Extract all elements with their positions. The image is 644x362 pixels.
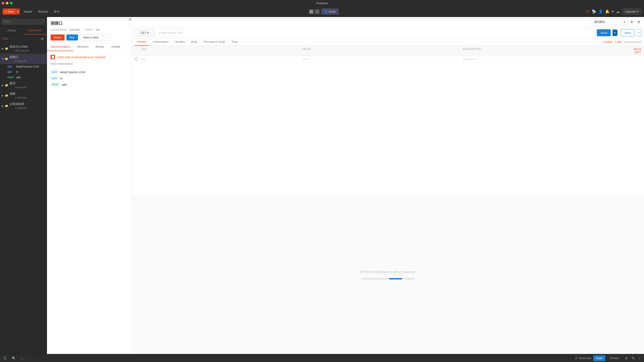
more-dots-icon[interactable]: ··· [624,50,626,52]
tab-mocks[interactable]: Mocks [92,43,108,51]
extensions-icon[interactable]: 🔌 [630,355,636,361]
tab-body[interactable]: Body [188,39,200,46]
tab-authorization[interactable]: Authorization [150,39,171,46]
collection-header-2[interactable]: ▶ 📁 图书 3 requests [0,80,47,90]
env-selector[interactable]: 测试模拟 ▾ [592,19,628,25]
request-item-1[interactable]: GET hi [0,69,47,75]
heart-icon[interactable]: ♥ [612,10,614,14]
request-item-0[interactable]: GET detail?userId=1234 [0,64,47,69]
doc-request-2[interactable]: POST add [50,82,128,88]
url-input[interactable] [156,29,595,37]
bell-icon[interactable]: 🔔 [605,10,610,14]
invite-button[interactable]: 👤 Invite [321,9,338,15]
tab-prerequest[interactable]: Pre-request Script [201,39,228,46]
import-button[interactable]: Import [22,9,34,15]
request-item-2[interactable]: POST add [0,75,47,80]
tab-headers[interactable]: Headers [172,39,188,46]
run-button[interactable]: Run [66,35,78,41]
traffic-lights [2,2,12,5]
collection-header-4[interactable]: ▶ 📁 父母训练营 5 requests [0,101,47,111]
last-modified-value: Just now [69,28,80,31]
bulk-edit-button[interactable]: Bulk Edit [628,48,641,54]
sync-icon[interactable]: ⟳ [586,9,590,14]
build-tab[interactable]: Build [593,355,606,361]
doc-method-get-1: GET [50,77,58,80]
desc-input-0[interactable] [463,58,622,61]
value-input-0[interactable] [302,58,462,61]
upgrade-button[interactable]: Upgrade ▾ [622,9,641,15]
maximize-button[interactable] [10,2,12,5]
view-in-web-button[interactable]: View in web [80,34,102,41]
close-button[interactable] [2,2,4,5]
panel-meta: Last Modified Just now Owner You [50,28,128,31]
cookies-link[interactable]: Cookies [603,41,612,44]
code-link[interactable]: Code [615,41,622,44]
desc-cell-0[interactable] [462,57,624,61]
method-select[interactable]: GET ▾ [134,29,155,37]
collection-count-4: 5 requests [10,106,45,110]
save-button[interactable]: Save [621,29,634,37]
owner-label: Owner [85,28,93,31]
sidebar-content: ▶ 📁 商品中心CMS 108 requests ▼ 📂 假接口 3 reque… [0,43,47,354]
sidebar-search-area [0,17,47,27]
search-icon[interactable]: 🔍 [11,355,16,361]
panel-title: 假接口 [50,21,128,26]
value-cell-0[interactable] [301,57,462,61]
runner-button[interactable]: Runner [36,9,50,15]
terminal-icon[interactable]: >_ [20,355,26,361]
request-tab-right: Cookies Code Comments (0) [603,41,641,44]
collection-name-2: 图书 [10,82,45,86]
eye-button[interactable]: 👁 [629,19,634,25]
settings-button[interactable]: ⚙ [636,19,641,25]
doc-request-name-1: hi [60,77,62,80]
add-collection-button[interactable]: ⊞ [40,37,45,41]
trash-label[interactable]: Trash [2,36,40,41]
user-profile-icon[interactable]: 👤 [598,10,603,14]
doc-request-1[interactable]: GET hi [50,75,128,82]
svg-rect-1 [312,10,312,11]
tab-documentation[interactable]: Documentation [47,43,74,51]
collection-header-1[interactable]: ▼ 📂 假接口 3 requests ··· [0,54,47,64]
panel-close-button[interactable]: ✕ [128,17,132,22]
sidebar-toggle-icon[interactable]: ☰ [3,355,8,361]
layout-button[interactable]: ⊞ ▾ [52,9,61,15]
tab-collections[interactable]: Collections [24,27,47,35]
send-dropdown-button[interactable]: ▾ [612,30,618,36]
doc-learn-link[interactable]: 📄 Learn how to document your requests [50,55,128,59]
tab-params[interactable]: Params [134,39,149,46]
search-input[interactable] [2,19,45,25]
tab-history[interactable]: History [0,27,24,35]
row-checkbox-0[interactable] [134,58,138,60]
new-dropdown-arrow[interactable]: ▾ [16,9,20,15]
cloud-icon[interactable]: ☁ [616,10,620,14]
tab-activity[interactable]: Activity [108,43,124,51]
tab-monitors[interactable]: Monitors [74,43,92,51]
dots-icon[interactable] [314,9,320,14]
sidebar: History Collections Trash ⊞ ▶ 📁 商品中心CMS … [0,17,47,354]
layout-grid-icon[interactable]: ⊞ [624,355,628,361]
bootcamp-link[interactable]: 🎓 Bootcamp [575,357,591,360]
collection-header-3[interactable]: ▶ 📁 搜索 2 requests [0,90,47,101]
more-options-button[interactable]: ··· [104,34,111,41]
key-cell-0[interactable] [140,57,301,61]
grid-icon[interactable] [309,9,314,14]
env-dropdown-arrow: ▾ [624,21,625,24]
collection-header-0[interactable]: ▶ 📁 商品中心CMS 108 requests [0,43,47,54]
minimize-button[interactable] [6,2,8,5]
new-button[interactable]: + New ▾ [3,9,20,15]
params-table: KEY VALUE DESCRIPTION ··· Bulk Edit [132,46,644,196]
help-icon[interactable]: ? [638,355,641,361]
collection-more-btn-1[interactable]: ··· [42,57,45,61]
doc-request-0[interactable]: GET detail?userId=1234 [50,69,128,75]
browse-tab[interactable]: Browse [607,355,622,361]
comments-link[interactable]: Comments (0) [624,41,641,44]
satellite-icon[interactable]: 📡 [592,10,596,14]
send-button[interactable]: Send [597,29,611,36]
key-input-0[interactable] [141,58,300,61]
share-button[interactable]: Share [50,35,64,41]
save-dropdown-button[interactable]: ▾ [636,29,641,36]
new-label: New [8,10,14,13]
tab-tests[interactable]: Tests [229,39,240,46]
add-description[interactable]: Add a description [50,62,128,65]
content-header: 测试模拟 ▾ 👁 ⚙ [132,17,644,27]
